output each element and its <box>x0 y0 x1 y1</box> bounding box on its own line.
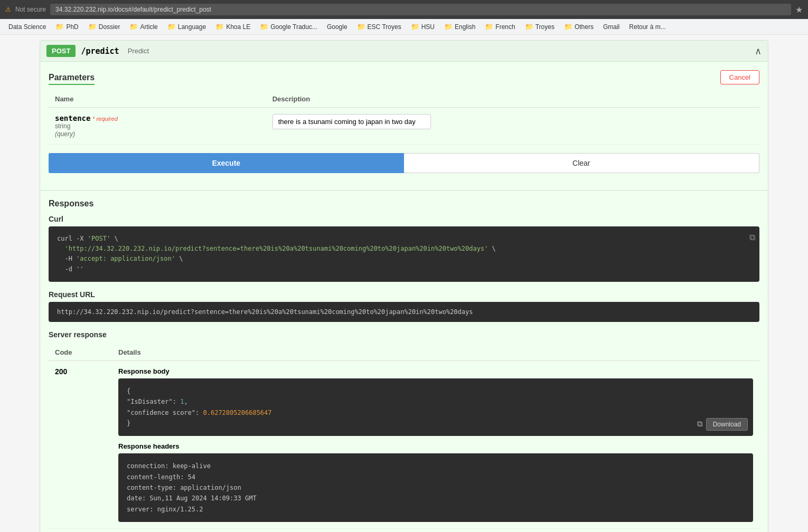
bookmark-french[interactable]: 📁 French <box>481 21 519 32</box>
server-response-title: Server response <box>49 330 759 339</box>
clear-button[interactable]: Clear <box>404 153 760 173</box>
bookmark-phd[interactable]: 📁 PhD <box>51 21 82 32</box>
warning-icon: ⚠ <box>5 6 11 13</box>
response-table: Code Details 200 Response body <box>49 344 759 529</box>
bookmark-label: Google <box>327 23 347 31</box>
browser-bar: ⚠ Not secure 34.32.220.232.nip.io/docs#/… <box>0 0 808 19</box>
param-location: (query) <box>55 130 75 138</box>
folder-icon: 📁 <box>357 23 365 31</box>
main-content: POST /predict Predict ∧ Parameters Cance… <box>0 35 808 532</box>
bookmark-google[interactable]: Google <box>323 22 352 32</box>
body-line2: "IsDisaster": 1, <box>127 396 745 407</box>
params-title-wrapper: Parameters <box>49 73 95 82</box>
endpoint-header[interactable]: POST /predict Predict ∧ <box>40 41 768 61</box>
bookmark-label: English <box>455 23 475 31</box>
bookmark-troyes[interactable]: 📁 Troyes <box>521 21 559 32</box>
bookmark-label: PhD <box>66 23 78 31</box>
header-line4: date: Sun,11 Aug 2024 14:09:33 GMT <box>127 493 745 504</box>
response-body-block: { "IsDisaster": 1, "confidence score": 0… <box>118 378 753 436</box>
bookmark-star-icon[interactable]: ★ <box>795 5 803 15</box>
col-description: Description <box>266 91 759 108</box>
bookmark-esc-troyes[interactable]: 📁 ESC Troyes <box>353 21 406 32</box>
request-url-title: Request URL <box>49 290 759 299</box>
bookmark-article[interactable]: 📁 Article <box>125 21 162 32</box>
response-headers-label: Response headers <box>118 442 753 450</box>
folder-icon: 📁 <box>215 23 224 31</box>
bookmark-gmail[interactable]: Gmail <box>599 22 624 32</box>
parameters-title: Parameters <box>49 73 95 85</box>
param-name-cell: sentence * required string (query) <box>49 108 266 145</box>
body-line1: { <box>127 386 745 396</box>
folder-icon: 📁 <box>167 23 176 31</box>
cancel-button[interactable]: Cancel <box>720 70 759 84</box>
bookmark-label: Retour à m... <box>629 23 665 31</box>
method-badge: POST <box>46 45 76 57</box>
header-line2: content-length: 54 <box>127 472 745 482</box>
action-buttons: Execute Clear <box>49 153 759 173</box>
folder-icon: 📁 <box>129 23 138 31</box>
bookmark-retour[interactable]: Retour à m... <box>625 22 670 32</box>
params-header: Parameters Cancel <box>49 70 759 84</box>
folder-icon: 📁 <box>88 23 97 31</box>
bookmark-label: Data Science <box>8 23 46 31</box>
response-headers-block: connection: keep-alive content-length: 5… <box>118 453 753 522</box>
bookmark-label: ESC Troyes <box>368 23 401 31</box>
body-line3: "confidence score": 0.6272805206685647 <box>127 407 745 418</box>
endpoint-description: Predict <box>128 47 149 55</box>
folder-icon: 📁 <box>260 23 268 31</box>
bookmark-label: Troyes <box>535 23 555 31</box>
body-line4: } <box>127 418 745 429</box>
bookmark-label: Dossier <box>99 23 120 31</box>
curl-line2: 'http://34.32.220.232.nip.io/predict?sen… <box>57 244 751 254</box>
bookmark-hsu[interactable]: 📁 HSU <box>407 21 439 32</box>
response-code: 200 <box>55 367 67 376</box>
copy-response-icon[interactable]: ⧉ <box>697 417 703 431</box>
endpoint-header-left: POST /predict Predict <box>46 45 149 57</box>
bookmark-others[interactable]: 📁 Others <box>560 21 598 32</box>
download-button[interactable]: Download <box>706 418 748 431</box>
bookmark-khoa-le[interactable]: 📁 Khoa LE <box>211 21 255 32</box>
code-header: Code <box>49 344 112 361</box>
param-name: sentence <box>55 114 90 122</box>
not-secure-label: Not secure <box>15 6 46 13</box>
collapse-icon[interactable]: ∧ <box>755 45 762 57</box>
curl-line1: curl -X 'POST' \ <box>57 234 751 244</box>
folder-icon: 📁 <box>55 23 64 31</box>
param-type: string <box>55 122 260 130</box>
bookmark-label: HSU <box>421 23 435 31</box>
execute-button[interactable]: Execute <box>49 153 404 173</box>
url-bar[interactable]: 34.32.220.232.nip.io/docs#/default/predi… <box>50 4 791 15</box>
table-row: sentence * required string (query) <box>49 108 759 145</box>
folder-icon: 📁 <box>444 23 453 31</box>
folder-icon: 📁 <box>525 23 533 31</box>
parameters-section: Parameters Cancel Name Description <box>40 61 768 190</box>
bookmark-language[interactable]: 📁 Language <box>163 21 210 32</box>
bookmark-dossier[interactable]: 📁 Dossier <box>84 21 125 32</box>
folder-icon: 📁 <box>564 23 572 31</box>
endpoint-path: /predict <box>81 46 119 56</box>
response-row: 200 Response body { "IsDisaster": 1, <box>49 360 759 529</box>
sentence-input[interactable] <box>273 114 431 129</box>
bookmark-data-science[interactable]: Data Science <box>4 22 50 32</box>
folder-icon: 📁 <box>485 23 493 31</box>
responses-section: Responses Curl ⧉ curl -X 'POST' \ 'http:… <box>40 190 768 532</box>
bookmark-english[interactable]: 📁 English <box>440 21 480 32</box>
col-name: Name <box>49 91 266 108</box>
bookmark-label: Language <box>178 23 206 31</box>
endpoint-block: POST /predict Predict ∧ Parameters Cance… <box>40 40 768 532</box>
required-badge: * required <box>92 116 118 122</box>
responses-section-title: Responses <box>49 199 759 208</box>
response-body-label: Response body <box>118 367 753 375</box>
request-url-value: http://34.32.220.232.nip.io/predict?sent… <box>49 302 759 322</box>
response-details-cell: Response body { "IsDisaster": 1, "confid… <box>112 360 759 529</box>
swagger-container: POST /predict Predict ∧ Parameters Cance… <box>34 40 774 532</box>
bookmark-label: Gmail <box>603 23 619 31</box>
bookmarks-bar: Data Science 📁 PhD 📁 Dossier 📁 Article 📁… <box>0 19 808 35</box>
copy-curl-icon[interactable]: ⧉ <box>749 231 755 244</box>
header-line5: server: nginx/1.25.2 <box>127 504 745 515</box>
parameters-table: Name Description sentence * required str… <box>49 91 759 145</box>
curl-line4: -d '' <box>57 264 751 274</box>
curl-code-block: ⧉ curl -X 'POST' \ 'http://34.32.220.232… <box>49 226 759 282</box>
bookmark-google-traduc[interactable]: 📁 Google Traduc... <box>256 21 322 32</box>
bookmark-label: Khoa LE <box>226 23 250 31</box>
